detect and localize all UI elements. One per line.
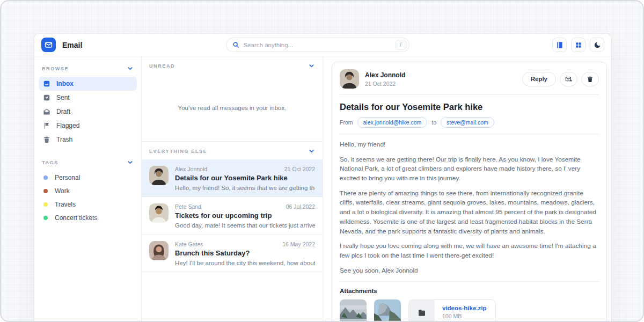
draft-icon — [43, 108, 50, 115]
book-icon — [556, 41, 564, 49]
file-name-link[interactable]: videos-hike.zip — [442, 305, 486, 311]
grid-icon — [575, 41, 582, 49]
list-item-email-pete[interactable]: Pete Sand 06 Jul 2022 Tickets for our up… — [142, 197, 323, 235]
chevron-down-icon[interactable] — [127, 65, 134, 72]
tag-item-personal[interactable]: Personal — [34, 171, 141, 184]
unread-section-header: Unread — [142, 56, 323, 74]
message-list-column: Unread You've read all messages in your … — [142, 56, 323, 321]
sidebar-item-flagged[interactable]: Flagged — [39, 119, 137, 133]
from-email-pill[interactable]: alex.jonnold@hike.com — [357, 117, 428, 128]
everything-else-section: Everything else Alex Jonnold 21 Oct 2022 — [142, 141, 323, 272]
chevron-down-icon[interactable] — [308, 148, 315, 155]
mail-date: 16 May 2022 — [282, 241, 315, 247]
mail-subject: Details for our Yosemite Park hike — [175, 174, 315, 182]
tag-label: Personal — [55, 174, 80, 181]
file-icon-box — [409, 300, 435, 322]
email-paragraph: So, it seems we are getting there! Our t… — [340, 155, 599, 184]
moon-icon — [594, 41, 601, 49]
email-detail-card: Alex Jonnold 21 Oct 2022 Reply — [332, 62, 607, 322]
topbar-actions — [552, 38, 604, 52]
sidebar-item-label: Sent — [56, 94, 70, 101]
browse-section-label: Browse — [42, 66, 69, 71]
tag-item-travels[interactable]: Travels — [34, 197, 141, 211]
sidebar-item-sent[interactable]: Sent — [39, 91, 137, 105]
forward-mail-button[interactable] — [560, 72, 577, 86]
to-email-pill[interactable]: steve@mail.com — [441, 117, 494, 128]
chevron-down-icon[interactable] — [308, 62, 315, 69]
tag-color-dot — [43, 202, 48, 207]
tags-section-header: Tags — [34, 153, 141, 171]
mail-subject: Brunch this Saturday? — [175, 249, 315, 257]
reader-panel: Alex Jonnold 21 Oct 2022 Reply — [323, 56, 611, 321]
reader-sender-name: Alex Jonnold — [365, 71, 405, 79]
trash-icon — [587, 76, 594, 83]
from-label: From — [340, 119, 353, 126]
app-frame: Email / — [0, 0, 644, 322]
tag-item-work[interactable]: Work — [34, 184, 141, 197]
search-bar[interactable]: / — [226, 38, 409, 52]
reader-actions: Reply — [522, 72, 599, 86]
mail-preview: Kate Gates 16 May 2022 Brunch this Satur… — [175, 241, 315, 266]
mail-plus-icon — [565, 76, 572, 83]
app-brand: Email — [41, 38, 82, 52]
chevron-down-icon[interactable] — [127, 159, 134, 166]
tag-item-concert-tickets[interactable]: Concert tickets — [34, 211, 141, 224]
search-input[interactable] — [244, 42, 391, 48]
reply-button[interactable]: Reply — [522, 72, 556, 86]
apps-grid-button[interactable] — [571, 38, 586, 52]
mail-snippet: Hey! I'll be around the city this weeken… — [175, 260, 315, 266]
trash-icon — [43, 136, 50, 143]
browse-section-header: Browse — [34, 59, 141, 77]
mail-preview: Alex Jonnold 21 Oct 2022 Details for our… — [175, 166, 315, 191]
email-paragraph: Hello, my friend! — [340, 140, 599, 150]
divider — [340, 94, 599, 95]
tag-color-dot — [43, 175, 48, 180]
sidebar-item-label: Trash — [56, 136, 72, 143]
photo-attachment-half-dome[interactable] — [374, 299, 401, 322]
mail-sender: Alex Jonnold — [175, 166, 207, 172]
photo-attachment-valley[interactable] — [340, 299, 367, 322]
attachments-label: Attachments — [340, 288, 599, 294]
tag-label: Travels — [55, 201, 76, 208]
sidebar-item-label: Inbox — [56, 80, 74, 87]
avatar — [149, 166, 169, 185]
sidebar-item-draft[interactable]: Draft — [39, 105, 137, 119]
inbox-icon — [43, 80, 50, 87]
dark-mode-toggle[interactable] — [590, 38, 604, 52]
reader-header: Alex Jonnold 21 Oct 2022 Reply — [340, 69, 599, 89]
sidebar-item-inbox[interactable]: Inbox — [39, 77, 137, 91]
avatar — [149, 241, 169, 260]
contacts-book-button[interactable] — [552, 38, 567, 52]
mail-snippet: Hello, my friend! So, it seems that we a… — [175, 185, 315, 191]
sidebar-item-label: Draft — [56, 108, 70, 115]
app-title: Email — [62, 41, 82, 49]
file-attachment-card[interactable]: videos-hike.zip 100 MB — [408, 299, 496, 322]
everything-else-label: Everything else — [149, 149, 207, 154]
email-paragraph: There are plenty of amazing things to se… — [340, 189, 599, 236]
email-paragraph: See you soon, Alex Jonnold — [340, 266, 599, 276]
list-item-email-alex[interactable]: Alex Jonnold 21 Oct 2022 Details for our… — [142, 159, 323, 197]
tags-section-label: Tags — [42, 160, 58, 165]
delete-mail-button[interactable] — [581, 72, 599, 86]
email-body: Hello, my friend! So, it seems we are ge… — [340, 140, 599, 275]
mail-subject: Tickets for our upcoming trip — [175, 211, 315, 219]
sidebar: Browse Inbox Sent Draft Flagged — [34, 56, 142, 321]
list-item-email-kate[interactable]: Kate Gates 16 May 2022 Brunch this Satur… — [142, 235, 323, 272]
sidebar-item-trash[interactable]: Trash — [39, 133, 137, 147]
divider — [340, 281, 599, 282]
top-bar: Email / — [34, 34, 611, 56]
folder-icon — [418, 309, 426, 317]
file-info: videos-hike.zip 100 MB — [435, 300, 495, 322]
mail-date: 06 Jul 2022 — [286, 203, 315, 210]
search-shortcut-key: / — [396, 40, 406, 50]
flag-icon — [43, 122, 50, 129]
reader-sender-block: Alex Jonnold 21 Oct 2022 — [365, 71, 405, 87]
avatar — [149, 203, 169, 223]
main-layout: Browse Inbox Sent Draft Flagged — [34, 56, 611, 321]
tag-color-dot — [43, 189, 48, 193]
tag-label: Concert tickets — [55, 214, 97, 222]
reader-date: 21 Oct 2022 — [365, 80, 405, 87]
file-size: 100 MB — [442, 313, 486, 319]
email-app-window: Email / — [34, 33, 612, 321]
tag-color-dot — [43, 216, 48, 220]
